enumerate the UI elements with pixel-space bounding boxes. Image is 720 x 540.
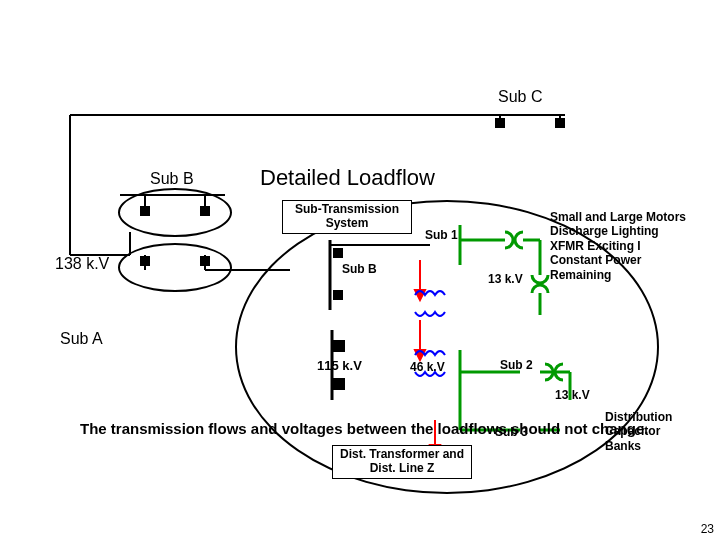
breaker: [333, 378, 345, 390]
label-13kv-a: 13 k.V: [488, 272, 523, 286]
label-sub-1: Sub 1: [425, 228, 458, 242]
breaker: [555, 118, 565, 128]
diagram-title: Detailed Loadflow: [260, 165, 435, 191]
label-sub-a: Sub A: [60, 330, 103, 348]
note-paragraph: The transmission flows and voltages betw…: [80, 420, 648, 439]
label-115kv: 115 k.V: [317, 358, 362, 373]
box-subtransmission: Sub-Transmission System: [282, 200, 412, 234]
breaker: [200, 206, 210, 216]
breaker: [333, 248, 343, 258]
breaker: [333, 340, 345, 352]
label-138kv: 138 k.V: [55, 255, 109, 273]
bus-ellipse-sub-b: [118, 188, 232, 237]
breaker: [495, 118, 505, 128]
box-dist-transformer: Dist. Transformer and Dist. Line Z: [332, 445, 472, 479]
breaker: [140, 256, 150, 266]
label-sub-2: Sub 2: [500, 358, 533, 372]
breaker: [200, 256, 210, 266]
label-sub-c: Sub C: [498, 88, 542, 106]
breaker: [333, 290, 343, 300]
page-number: 23: [701, 522, 714, 536]
label-13kv-b: 13 k.V: [555, 388, 590, 402]
bus-ellipse-138kv: [118, 243, 232, 292]
breaker: [140, 206, 150, 216]
label-sub-b-inner: Sub B: [342, 262, 377, 276]
label-46kv: 46 k.V: [410, 360, 445, 374]
label-load-types: Small and Large Motors Discharge Lightin…: [550, 210, 686, 282]
diagram-canvas: Detailed Loadflow Sub-Transmission Syste…: [0, 0, 720, 540]
label-sub-b: Sub B: [150, 170, 194, 188]
